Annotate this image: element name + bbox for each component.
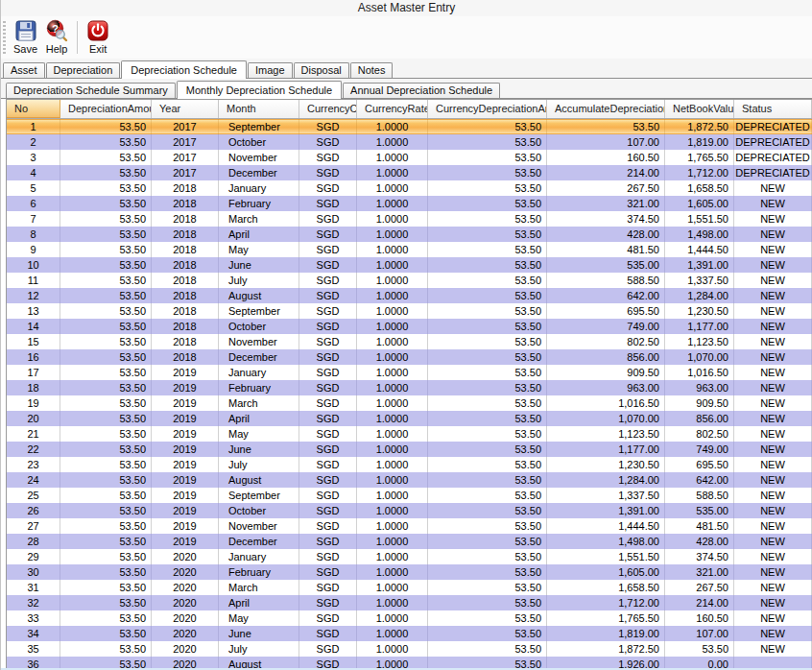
column-header-no[interactable]: No xyxy=(7,100,60,118)
cell-depreciationamount: 53.50 xyxy=(60,549,152,564)
table-row[interactable]: 1153.502018JulySGD1.000053.50588.501,337… xyxy=(7,273,812,288)
cell-status: NEW xyxy=(734,196,812,211)
table-row[interactable]: 2053.502019AprilSGD1.000053.501,070.0085… xyxy=(7,411,812,426)
table-row[interactable]: 653.502018FebruarySGD1.000053.50321.001,… xyxy=(7,196,812,211)
table-row[interactable]: 2353.502019JulySGD1.000053.501,230.50695… xyxy=(7,457,812,472)
cell-year: 2018 xyxy=(152,349,219,365)
table-row[interactable]: 853.502018AprilSGD1.000053.50428.001,498… xyxy=(7,227,812,242)
column-header-currencydepreciationamount[interactable]: CurrencyDepreciationAmount xyxy=(428,100,547,118)
table-row[interactable]: 3253.502020AprilSGD1.000053.501,712.0021… xyxy=(7,595,812,610)
column-header-month[interactable]: Month xyxy=(219,100,299,118)
tab-notes[interactable]: Notes xyxy=(350,62,394,78)
table-row[interactable]: 253.502017OctoberSGD1.000053.50107.001,8… xyxy=(7,134,812,150)
cell-status: NEW xyxy=(734,411,812,426)
help-button[interactable]: ? Help xyxy=(41,18,72,56)
cell-accumulatedepreciation: 749.00 xyxy=(547,319,665,334)
column-header-currencycode[interactable]: CurrencyCode xyxy=(299,100,357,118)
cell-year: 2019 xyxy=(152,503,219,518)
cell-depreciationamount: 53.50 xyxy=(60,273,152,288)
column-header-netbookvalue[interactable]: NetBookValue xyxy=(665,100,734,118)
cell-netbookvalue: 1,872.50 xyxy=(665,119,734,134)
cell-depreciationamount: 53.50 xyxy=(60,349,152,365)
cell-year: 2020 xyxy=(152,564,219,580)
cell-status: NEW xyxy=(734,534,812,549)
cell-depreciationamount: 53.50 xyxy=(60,641,152,657)
grid-header-row: NoDepreciationAmountYearMonthCurrencyCod… xyxy=(7,100,812,119)
table-row[interactable]: 453.502017DecemberSGD1.000053.50214.001,… xyxy=(7,165,812,180)
cell-month: October xyxy=(219,134,299,150)
table-row[interactable]: 1253.502018AugustSGD1.000053.50642.001,2… xyxy=(7,288,812,303)
cell-currencycode: SGD xyxy=(299,303,357,319)
cell-accumulatedepreciation: 963.00 xyxy=(547,380,665,395)
cell-no: 2 xyxy=(7,134,60,150)
column-header-year[interactable]: Year xyxy=(152,100,219,118)
column-header-status[interactable]: Status xyxy=(734,100,812,118)
table-row[interactable]: 2553.502019SeptemberSGD1.000053.501,337.… xyxy=(7,488,812,503)
table-row[interactable]: 1453.502018OctoberSGD1.000053.50749.001,… xyxy=(7,319,812,334)
cell-depreciationamount: 53.50 xyxy=(60,319,152,334)
table-row[interactable]: 953.502018MaySGD1.000053.50481.501,444.5… xyxy=(7,242,812,257)
cell-no: 8 xyxy=(7,227,60,242)
cell-currencydepreciationamount: 53.50 xyxy=(428,227,547,242)
table-row[interactable]: 353.502017NovemberSGD1.000053.50160.501,… xyxy=(7,150,812,165)
tab-image[interactable]: Image xyxy=(248,62,293,78)
cell-depreciationamount: 53.50 xyxy=(60,411,152,426)
tab-monthly-depreciation-schedule[interactable]: Monthly Depreciation Schedule xyxy=(177,81,342,99)
cell-year: 2020 xyxy=(152,549,219,564)
window-title: Asset Master Entry xyxy=(358,1,455,14)
tab-depreciation-schedule-summary[interactable]: Depreciation Schedule Summary xyxy=(6,83,176,98)
table-row[interactable]: 3153.502020MarchSGD1.000053.501,658.5026… xyxy=(7,580,812,595)
cell-no: 9 xyxy=(7,242,60,257)
cell-depreciationamount: 53.50 xyxy=(60,518,152,534)
column-header-currencyrate[interactable]: CurrencyRate xyxy=(357,100,428,118)
tab-depreciation-schedule[interactable]: Depreciation Schedule xyxy=(121,60,247,79)
table-row[interactable]: 1553.502018NovemberSGD1.000053.50802.501… xyxy=(7,334,812,349)
table-row[interactable]: 1653.502018DecemberSGD1.000053.50856.001… xyxy=(7,349,812,365)
tab-asset[interactable]: Asset xyxy=(3,62,45,78)
cell-year: 2018 xyxy=(152,288,219,303)
cell-accumulatedepreciation: 1,551.50 xyxy=(547,549,665,564)
cell-currencycode: SGD xyxy=(299,349,357,365)
table-row[interactable]: 1853.502019FebruarySGD1.000053.50963.009… xyxy=(7,380,812,395)
cell-accumulatedepreciation: 214.00 xyxy=(547,165,665,180)
table-row[interactable]: 2853.502019DecemberSGD1.000053.501,498.0… xyxy=(7,534,812,549)
exit-button[interactable]: Exit xyxy=(83,18,113,56)
tab-disposal[interactable]: Disposal xyxy=(294,62,349,78)
table-row[interactable]: 2453.502019AugustSGD1.000053.501,284.006… xyxy=(7,472,812,488)
table-row[interactable]: 1953.502019MarchSGD1.000053.501,016.5090… xyxy=(7,395,812,411)
cell-no: 5 xyxy=(7,180,60,196)
title-bar[interactable]: Asset Master Entry xyxy=(1,0,812,16)
cell-year: 2018 xyxy=(152,303,219,319)
cell-depreciationamount: 53.50 xyxy=(60,303,152,319)
cell-status: NEW xyxy=(734,626,812,641)
column-header-depreciationamount[interactable]: DepreciationAmount xyxy=(60,100,152,118)
asset-master-entry-window: Asset Master Entry Save xyxy=(0,0,812,670)
save-button[interactable]: Save xyxy=(10,18,41,56)
table-row[interactable]: 153.502017SeptemberSGD1.000053.5053.501,… xyxy=(7,119,812,134)
table-row[interactable]: 2753.502019NovemberSGD1.000053.501,444.5… xyxy=(7,518,812,534)
cell-status: NEW xyxy=(734,549,812,564)
table-row[interactable]: 1053.502018JuneSGD1.000053.50535.001,391… xyxy=(7,257,812,273)
table-row[interactable]: 3353.502020MaySGD1.000053.501,765.50160.… xyxy=(7,610,812,626)
cell-currencydepreciationamount: 53.50 xyxy=(428,257,547,273)
table-row[interactable]: 2653.502019OctoberSGD1.000053.501,391.00… xyxy=(7,503,812,518)
toolbar-grip[interactable] xyxy=(3,21,6,54)
cell-accumulatedepreciation: 1,872.50 xyxy=(547,641,665,657)
cell-currencydepreciationamount: 53.50 xyxy=(428,595,547,610)
column-header-accumulatedepreciation[interactable]: AccumulateDepreciation xyxy=(547,100,665,118)
table-row[interactable]: 3453.502020JuneSGD1.000053.501,819.00107… xyxy=(7,626,812,641)
table-row[interactable]: 2253.502019JuneSGD1.000053.501,177.00749… xyxy=(7,442,812,457)
table-row[interactable]: 753.502018MarchSGD1.000053.50374.501,551… xyxy=(7,211,812,227)
table-row[interactable]: 2953.502020JanuarySGD1.000053.501,551.50… xyxy=(7,549,812,564)
table-row[interactable]: 1353.502018SeptemberSGD1.000053.50695.50… xyxy=(7,303,812,319)
table-row[interactable]: 3553.502020JulySGD1.000053.501,872.5053.… xyxy=(7,641,812,657)
floppy-disk-icon xyxy=(14,19,37,42)
tab-depreciation[interactable]: Depreciation xyxy=(46,62,121,78)
table-row[interactable]: 1753.502019JanuarySGD1.000053.50909.501,… xyxy=(7,365,812,380)
table-row[interactable]: 3053.502020FebruarySGD1.000053.501,605.0… xyxy=(7,564,812,580)
cell-depreciationamount: 53.50 xyxy=(60,610,152,626)
tab-annual-depreciation-schedule[interactable]: Annual Depreciation Schedule xyxy=(343,83,500,98)
table-row[interactable]: 2153.502019MaySGD1.000053.501,123.50802.… xyxy=(7,426,812,442)
cell-currencydepreciationamount: 53.50 xyxy=(428,426,547,442)
table-row[interactable]: 553.502018JanuarySGD1.000053.50267.501,6… xyxy=(7,180,812,196)
